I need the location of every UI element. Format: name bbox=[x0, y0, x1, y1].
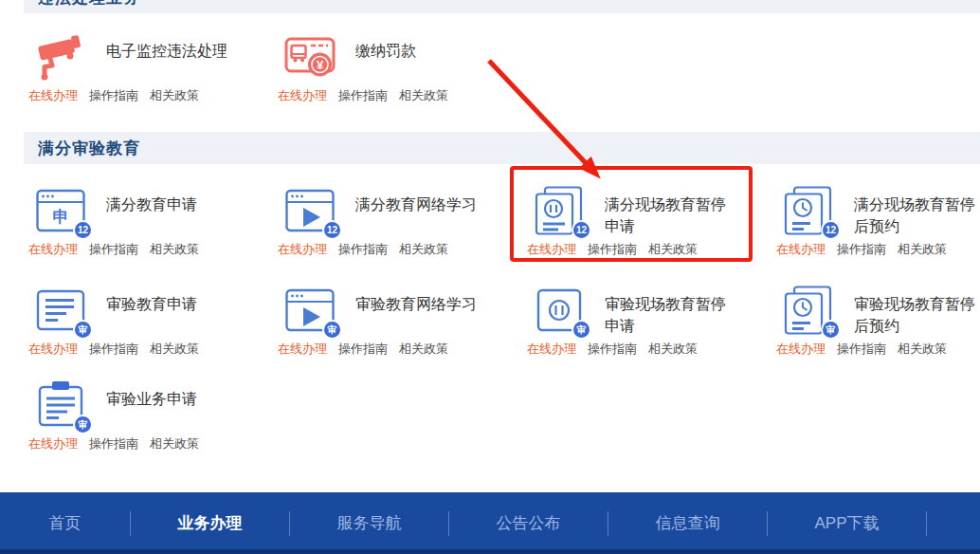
related-policy-link[interactable]: 相关政策 bbox=[898, 341, 947, 358]
service-links: 在线办理 操作指南 相关政策 bbox=[527, 241, 776, 258]
badge-review: 审 bbox=[73, 415, 93, 434]
related-policy-link[interactable]: 相关政策 bbox=[648, 241, 698, 258]
service-links: 在线办理 操作指南 相关政策 bbox=[527, 341, 776, 358]
yuan-symbol: ¥ bbox=[317, 58, 324, 72]
badge-count: 12 bbox=[322, 220, 342, 240]
service-title: 满分教育申请 bbox=[106, 194, 234, 215]
related-policy-link[interactable]: 相关政策 bbox=[399, 341, 448, 358]
service-title: 满分现场教育暂停申请 bbox=[605, 194, 733, 237]
online-handle-link[interactable]: 在线办理 bbox=[527, 341, 576, 358]
operation-guide-link[interactable]: 操作指南 bbox=[89, 241, 138, 258]
square-pause-icon: 审 bbox=[533, 284, 586, 337]
nav-item-home[interactable]: 首页 bbox=[0, 512, 130, 534]
service-links: 在线办理 操作指南 相关政策 bbox=[28, 341, 278, 358]
badge-count: 12 bbox=[73, 220, 93, 240]
nav-item-info-query[interactable]: 信息查询 bbox=[608, 512, 767, 534]
section-header-illegal-processing: 违法处理业务 bbox=[24, 0, 980, 13]
service-item-full-score-online-learning: 12 满分教育网络学习 在线办理 操作指南 相关政策 bbox=[278, 182, 527, 258]
online-handle-link[interactable]: 在线办理 bbox=[28, 241, 78, 258]
service-item-review-onsite-pause-reserve: 审 审验现场教育暂停后预约 在线办理 操作指南 相关政策 bbox=[776, 282, 980, 358]
service-item-full-score-onsite-pause-reserve: 12 满分现场教育暂停后预约 在线办理 操作指南 相关政策 bbox=[776, 182, 980, 258]
service-title: 审验教育申请 bbox=[106, 293, 234, 315]
service-links: 在线办理 操作指南 相关政策 bbox=[776, 241, 980, 258]
section-title: 违法处理业务 bbox=[38, 0, 140, 9]
online-handle-link[interactable]: 在线办理 bbox=[527, 241, 576, 258]
related-policy-link[interactable]: 相关政策 bbox=[399, 241, 448, 258]
related-policy-link[interactable]: 相关政策 bbox=[150, 435, 199, 452]
pages-clock-icon: 12 bbox=[782, 184, 835, 237]
shen-apply-glyph: 申 bbox=[53, 208, 69, 226]
related-policy-link[interactable]: 相关政策 bbox=[150, 241, 199, 258]
illegal-processing-items-row: 电子监控违法处理 在线办理 操作指南 相关政策 bbox=[28, 28, 527, 104]
service-item-full-score-onsite-pause-apply: 12 满分现场教育暂停申请 在线办理 操作指南 相关政策 bbox=[527, 182, 776, 258]
nav-item-service-navigation[interactable]: 服务导航 bbox=[290, 512, 448, 534]
online-handle-link[interactable]: 在线办理 bbox=[278, 87, 327, 104]
service-title: 满分现场教育暂停后预约 bbox=[854, 194, 980, 237]
nav-item-announcements[interactable]: 公告公布 bbox=[449, 512, 608, 534]
nav-item-cutoff[interactable]: 办 bbox=[927, 512, 980, 534]
service-item-pay-fine: ¥ 缴纳罚款 在线办理 操作指南 相关政策 bbox=[278, 28, 527, 104]
pages-pause-icon: 12 bbox=[533, 184, 586, 237]
service-item-review-business-apply: 审 审验业务申请 在线办理 操作指南 相关政策 bbox=[28, 377, 278, 452]
service-links: 在线办理 操作指南 相关政策 bbox=[28, 435, 278, 452]
section-header-fullscore-review-education: 满分审验教育 bbox=[24, 132, 980, 164]
surveillance-camera-icon bbox=[34, 30, 87, 83]
pages-clock-icon: 审 bbox=[782, 284, 835, 337]
online-handle-link[interactable]: 在线办理 bbox=[278, 341, 327, 358]
related-policy-link[interactable]: 相关政策 bbox=[399, 87, 448, 104]
payment-card-icon: ¥ bbox=[283, 30, 336, 83]
badge-count: 12 bbox=[572, 220, 591, 240]
service-item-electronic-monitoring: 电子监控违法处理 在线办理 操作指南 相关政策 bbox=[28, 28, 278, 104]
online-handle-link[interactable]: 在线办理 bbox=[28, 341, 78, 358]
online-handle-link[interactable]: 在线办理 bbox=[776, 241, 826, 258]
online-handle-link[interactable]: 在线办理 bbox=[28, 435, 78, 452]
business-services-page: 违法处理业务 电子监控违法处理 bbox=[0, 0, 980, 554]
service-title: 审验现场教育暂停申请 bbox=[605, 293, 733, 337]
related-policy-link[interactable]: 相关政策 bbox=[150, 87, 199, 104]
nav-bottom-strip bbox=[0, 549, 980, 554]
online-handle-link[interactable]: 在线办理 bbox=[278, 241, 327, 258]
service-links: 在线办理 操作指南 相关政策 bbox=[28, 87, 278, 104]
service-links: 在线办理 操作指南 相关政策 bbox=[776, 341, 980, 358]
service-title: 审验业务申请 bbox=[106, 388, 234, 410]
service-links: 在线办理 操作指南 相关政策 bbox=[278, 87, 527, 104]
operation-guide-link[interactable]: 操作指南 bbox=[338, 341, 388, 358]
grid-row-3: 审 审验业务申请 在线办理 操作指南 相关政策 bbox=[28, 377, 278, 452]
service-links: 在线办理 操作指南 相关政策 bbox=[278, 341, 527, 358]
service-item-full-score-education-apply: 申 12 满分教育申请 在线办理 操作指南 相关政策 bbox=[28, 182, 278, 258]
related-policy-link[interactable]: 相关政策 bbox=[150, 341, 199, 358]
badge-review: 审 bbox=[322, 320, 342, 340]
operation-guide-link[interactable]: 操作指南 bbox=[338, 87, 388, 104]
service-title: 审验现场教育暂停后预约 bbox=[854, 293, 980, 337]
operation-guide-link[interactable]: 操作指南 bbox=[89, 87, 138, 104]
section-title: 满分审验教育 bbox=[38, 138, 140, 159]
nav-item-business-handling[interactable]: 业务办理 bbox=[131, 512, 289, 534]
browser-play-icon: 审 bbox=[283, 284, 336, 337]
related-policy-link[interactable]: 相关政策 bbox=[648, 341, 698, 358]
badge-count: 12 bbox=[821, 220, 841, 240]
operation-guide-link[interactable]: 操作指南 bbox=[89, 341, 138, 358]
operation-guide-link[interactable]: 操作指南 bbox=[89, 435, 138, 452]
operation-guide-link[interactable]: 操作指南 bbox=[338, 241, 388, 258]
operation-guide-link[interactable]: 操作指南 bbox=[837, 241, 886, 258]
operation-guide-link[interactable]: 操作指南 bbox=[588, 241, 637, 258]
service-item-review-online-learning: 审 审验教育网络学习 在线办理 操作指南 相关政策 bbox=[278, 282, 527, 358]
operation-guide-link[interactable]: 操作指南 bbox=[837, 341, 886, 358]
browser-play-icon: 12 bbox=[283, 184, 336, 237]
operation-guide-link[interactable]: 操作指南 bbox=[588, 341, 637, 358]
browser-apply-icon: 申 12 bbox=[34, 184, 87, 237]
nav-item-app-download[interactable]: APP下载 bbox=[768, 512, 926, 534]
service-item-review-education-apply: 审 审验教育申请 在线办理 操作指南 相关政策 bbox=[28, 282, 278, 358]
grid-row-1: 申 12 满分教育申请 在线办理 操作指南 相关政策 bbox=[28, 182, 980, 258]
service-title: 缴纳罚款 bbox=[355, 40, 483, 62]
service-title: 电子监控违法处理 bbox=[106, 40, 234, 62]
service-item-review-onsite-pause-apply: 审 审验现场教育暂停申请 在线办理 操作指南 相关政策 bbox=[527, 282, 776, 358]
badge-review: 审 bbox=[73, 320, 93, 340]
online-handle-link[interactable]: 在线办理 bbox=[28, 87, 78, 104]
badge-review: 审 bbox=[821, 320, 841, 340]
service-links: 在线办理 操作指南 相关政策 bbox=[28, 241, 278, 258]
online-handle-link[interactable]: 在线办理 bbox=[776, 341, 826, 358]
related-policy-link[interactable]: 相关政策 bbox=[898, 241, 947, 258]
badge-review: 审 bbox=[572, 320, 591, 340]
bottom-navbar: 首页 业务办理 服务导航 公告公布 信息查询 APP下载 办 bbox=[0, 492, 980, 554]
